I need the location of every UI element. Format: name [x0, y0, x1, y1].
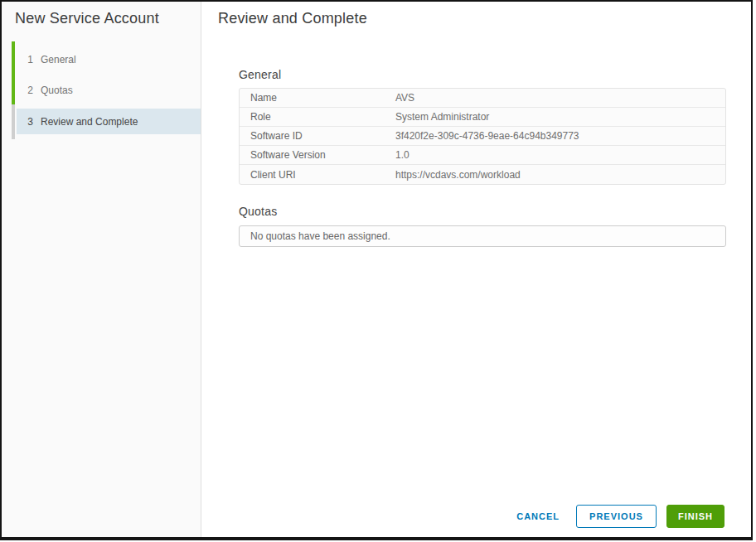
- table-row: Client URI https://vcdavs.com/workload: [240, 165, 725, 184]
- page-title: Review and Complete: [218, 10, 367, 27]
- cancel-button[interactable]: CANCEL: [513, 506, 563, 526]
- sidebar-step-general[interactable]: 1 General: [2, 52, 201, 67]
- table-row: Software ID 3f420f2e-309c-4736-9eae-64c9…: [240, 127, 725, 146]
- wizard-title: New Service Account: [15, 10, 159, 27]
- step-label: Quotas: [41, 85, 73, 96]
- step-label: Review and Complete: [41, 116, 138, 128]
- row-value: 3f420f2e-309c-4736-9eae-64c94b349773: [395, 130, 725, 142]
- row-label: Software Version: [240, 149, 395, 161]
- table-row: Role System Administrator: [240, 108, 725, 127]
- finish-button[interactable]: FINISH: [666, 505, 724, 528]
- step-label: General: [41, 54, 76, 65]
- quotas-empty-message: No quotas have been assigned.: [250, 230, 390, 242]
- sidebar-step-review-and-complete[interactable]: 3 Review and Complete: [17, 109, 201, 134]
- quotas-empty-box: No quotas have been assigned.: [239, 225, 726, 247]
- step-number: 1: [25, 54, 33, 65]
- row-label: Client URI: [240, 169, 395, 181]
- row-label: Name: [240, 92, 395, 104]
- row-label: Role: [240, 111, 395, 123]
- wizard-footer: CANCEL PREVIOUS FINISH: [513, 505, 724, 528]
- previous-button[interactable]: PREVIOUS: [576, 505, 657, 528]
- row-value: System Administrator: [395, 111, 725, 123]
- general-section-heading: General: [239, 68, 726, 81]
- row-value: 1.0: [395, 149, 725, 161]
- row-label: Software ID: [240, 130, 395, 142]
- step-number: 3: [25, 116, 33, 128]
- sidebar-step-quotas[interactable]: 2 Quotas: [2, 83, 201, 98]
- table-row: Software Version 1.0: [240, 146, 725, 165]
- row-value: https://vcdavs.com/workload: [395, 169, 725, 181]
- general-review-table: Name AVS Role System Administrator Softw…: [239, 88, 726, 185]
- table-row: Name AVS: [240, 89, 725, 108]
- new-service-account-dialog: New Service Account 1 General 2 Quotas 3…: [0, 0, 753, 540]
- quotas-section: Quotas No quotas have been assigned.: [239, 205, 726, 247]
- step-number: 2: [25, 85, 33, 96]
- quotas-section-heading: Quotas: [239, 205, 726, 218]
- wizard-sidebar: New Service Account 1 General 2 Quotas 3…: [2, 2, 201, 537]
- general-section: General Name AVS Role System Administrat…: [239, 68, 726, 185]
- step-progress-bar-current: [12, 104, 15, 139]
- row-value: AVS: [395, 92, 725, 104]
- main-panel: Review and Complete General Name AVS Rol…: [201, 2, 751, 537]
